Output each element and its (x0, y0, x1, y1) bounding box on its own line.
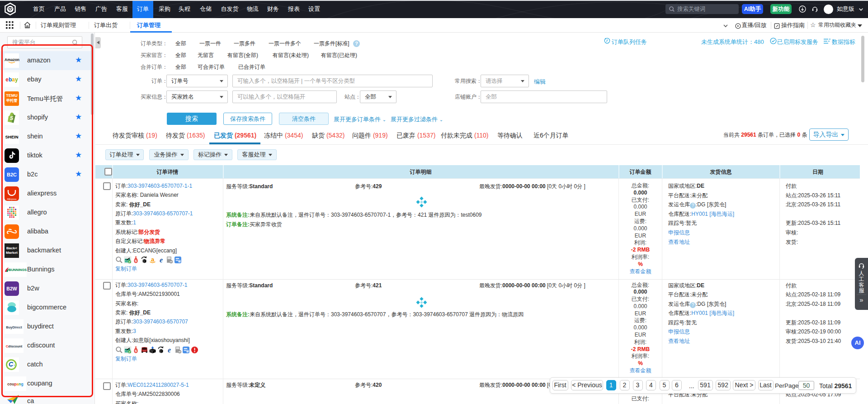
svg-text:a: a (151, 256, 155, 263)
svg-text:$: $ (135, 348, 137, 352)
svg-text:e: e (159, 256, 162, 264)
svg-text:$: $ (135, 259, 137, 263)
svg-text:e: e (168, 346, 171, 354)
